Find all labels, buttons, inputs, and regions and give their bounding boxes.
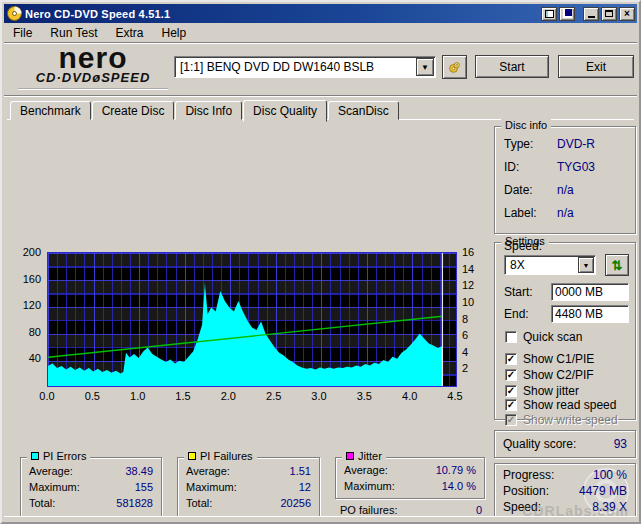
speed-select-value: 8X [505,258,578,272]
site-watermark: CDRLabs.com [522,503,629,519]
start-button[interactable]: Start [475,55,549,78]
save-results-button[interactable] [559,7,575,21]
position-value: 4479 MB [579,484,627,498]
quality-score-label: Quality score: [503,437,576,451]
titlebar[interactable]: Nero CD-DVD Speed 4.51.1 × [4,4,637,23]
pif-maximum-label: Maximum: [186,481,237,493]
close-button[interactable]: × [619,7,635,21]
tab-disc-quality[interactable]: Disc Quality [243,100,327,122]
nero-logo: nero CD·DVDøSPEED [18,46,168,90]
pi-errors-panel: PI Errors Average:38.49 Maximum:155 Tota… [20,457,162,517]
settings-panel: Settings Speed: 8X ▼ ⇅ Start: 0000 MB En… [494,242,636,420]
save-icon [563,9,572,18]
menu-run-test[interactable]: Run Test [41,24,106,42]
checkbox-box: ✓ [505,369,517,381]
header: nero CD·DVDøSPEED [1:1] BENQ DVD DD DW16… [4,44,637,94]
y-axis-tick-label: 200 [23,246,41,258]
disc-type-value: DVD-R [557,137,595,151]
tab-create-disc[interactable]: Create Disc [92,101,175,120]
y-axis-tick-label: 16 [462,246,474,258]
chevron-down-icon: ▼ [583,262,590,269]
maximize-button[interactable] [601,7,617,21]
pi-errors-swatch [31,452,39,460]
checkbox-quick-scan[interactable]: Quick scan [505,330,582,344]
chevron-down-icon: ▼ [421,63,429,72]
pie-average-value: 38.49 [125,465,153,477]
pie-total-value: 581828 [116,497,153,509]
menu-help[interactable]: Help [153,24,196,42]
checkbox-box: ✓ [505,353,517,365]
y-axis-tick-label: 14 [462,263,474,275]
report-icon [545,10,554,18]
report-button[interactable] [541,7,557,21]
refresh-speeds-button[interactable]: ⇅ [605,254,629,276]
quality-score-value: 93 [614,437,627,451]
checkbox-box [505,331,517,343]
pie-chart: 2001601208040 161412108642 0.00.51.01.52… [2,124,492,286]
checkbox-show-c2-pif[interactable]: ✓Show C2/PIF [505,368,594,382]
app-icon [7,6,22,21]
jitter-average-value: 10.79 % [436,464,476,476]
pi-failures-title: PI Failures [200,450,253,462]
jitter-panel: Jitter Average:10.79 % Maximum:14.0 % [335,457,485,499]
header-separator [4,95,637,97]
po-failures-value: 0 [476,504,482,516]
pif-maximum-value: 12 [299,481,311,493]
start-position-field[interactable]: 0000 MB [551,283,629,301]
jitter-maximum-label: Maximum: [344,480,395,492]
pif-total-value: 20256 [280,497,311,509]
disc-info-title: Disc info [501,119,551,131]
position-label: Position: [503,484,549,498]
menu-extra[interactable]: Extra [106,24,152,42]
disc-date-label: Date: [504,183,533,197]
speed-select[interactable]: 8X ▼ [504,255,596,275]
po-failures-row: PO failures: 0 [340,504,482,516]
disc-info-panel: Disc info Type:DVD-R ID:TYG03 Date:n/a L… [494,126,636,234]
window-title: Nero CD-DVD Speed 4.51.1 [25,8,541,20]
disc-id-value: TYG03 [557,160,595,174]
minimize-icon [588,16,595,18]
menu-file[interactable]: File [4,24,41,42]
tab-disc-info[interactable]: Disc Info [175,101,242,120]
drive-select-arrow[interactable]: ▼ [416,58,434,76]
pie-maximum-label: Maximum: [29,481,80,493]
checkbox-show-read-speed[interactable]: ✓Show read speed [505,398,616,412]
checkbox-box: ✓ [505,414,517,426]
checkbox-box: ✓ [505,385,517,397]
disc-label-label: Label: [504,206,537,220]
disc-id-label: ID: [504,160,519,174]
pif-average-label: Average: [186,465,230,477]
pie-average-label: Average: [29,465,73,477]
drive-select-value: [1:1] BENQ DVD DD DW1640 BSLB [175,60,416,74]
tab-strip: Benchmark Create Disc Disc Info Disc Qua… [10,99,400,120]
pif-average-value: 1.51 [290,465,311,477]
speed-select-arrow[interactable]: ▼ [578,257,594,273]
disc-date-value: n/a [557,183,574,197]
pie-total-label: Total: [29,497,55,509]
speed-label: Speed: [504,239,542,253]
pi-failures-panel: PI Failures Average:1.51 Maximum:12 Tota… [177,457,320,517]
checkbox-show-write-speed: ✓Show write speed [505,413,618,427]
pi-errors-title: PI Errors [43,450,86,462]
drive-select[interactable]: [1:1] BENQ DVD DD DW1640 BSLB ▼ [174,56,436,78]
jitter-average-label: Average: [344,464,388,476]
end-position-field[interactable]: 4480 MB [551,305,629,323]
eject-disc-icon [449,59,460,76]
checkbox-show-jitter[interactable]: ✓Show jitter [505,384,579,398]
disc-label-value: n/a [557,206,574,220]
tab-benchmark[interactable]: Benchmark [10,101,91,120]
progress-value: 100 % [593,468,627,482]
pif-jitter-chart: 20161284 20161284 0.00.51.01.52.02.53.03… [2,289,492,451]
tab-scandisc[interactable]: ScanDisc [328,101,399,120]
minimize-button[interactable] [583,7,599,21]
jitter-swatch [346,452,354,460]
eject-disc-button[interactable] [442,55,467,79]
checkbox-show-c1-pie[interactable]: ✓Show C1/PIE [505,352,594,366]
refresh-icon: ⇅ [612,258,623,273]
po-failures-label: PO failures: [340,504,397,516]
checkbox-box: ✓ [505,399,517,411]
start-position-label: Start: [504,285,533,299]
app-window: Nero CD-DVD Speed 4.51.1 × File Run Test… [0,0,641,524]
y-axis-tick-label: 160 [23,273,41,285]
exit-button[interactable]: Exit [558,55,634,78]
